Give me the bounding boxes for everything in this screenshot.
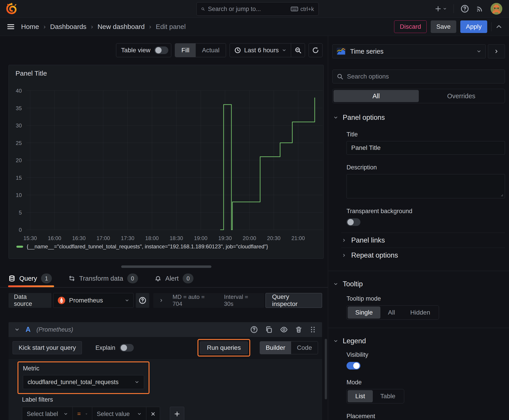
tab-overrides[interactable]: Overrides	[419, 90, 504, 102]
resize-handle-icon[interactable]	[500, 193, 503, 197]
toggle-viz-suggestions-button[interactable]	[488, 45, 505, 58]
panel-links-section-header[interactable]: Panel links	[332, 233, 505, 248]
avatar[interactable]	[491, 3, 502, 15]
panel-title[interactable]: Panel Title	[15, 69, 47, 77]
actual-option[interactable]: Actual	[196, 44, 226, 57]
kick-start-query-button[interactable]: Kick start your query	[13, 341, 82, 354]
remove-filter-button[interactable]	[146, 407, 160, 420]
metric-highlight-box: Metric cloudflared_tunnel_total_requests	[17, 361, 150, 394]
splitter-handle[interactable]	[121, 265, 211, 268]
panel-title-input[interactable]	[347, 141, 505, 155]
zoom-out-button[interactable]	[291, 44, 305, 57]
news-rss-icon[interactable]	[476, 5, 484, 13]
tooltip-hidden-option[interactable]: Hidden	[403, 307, 438, 319]
panel-options-section-header[interactable]: Panel options	[332, 113, 505, 122]
time-range-picker[interactable]: Last 6 hours	[230, 44, 291, 57]
tooltip-mode-label: Tooltip mode	[347, 295, 505, 302]
new-button[interactable]	[435, 5, 447, 12]
tooltip-single-option[interactable]: Single	[348, 307, 380, 319]
select-label-dropdown[interactable]: Select label	[22, 407, 73, 420]
delete-query-trash-icon[interactable]	[295, 326, 302, 333]
tooltip-section-header[interactable]: Tooltip	[332, 280, 505, 288]
time-range-control: Last 6 hours	[230, 43, 305, 57]
chevron-right-icon	[494, 49, 499, 54]
apply-button[interactable]: Apply	[460, 20, 487, 33]
chevron-right-icon	[342, 238, 346, 242]
svg-text:21:00: 21:00	[291, 235, 305, 241]
chevron-down-icon	[333, 115, 338, 120]
fill-option[interactable]: Fill	[175, 44, 196, 57]
breadcrumb-dashboards[interactable]: Dashboards	[50, 23, 86, 30]
metric-select[interactable]: cloudflared_tunnel_total_requests	[23, 375, 144, 389]
time-series-chart[interactable]: 051015202530354015:3016:0016:3017:0017:3…	[9, 65, 323, 242]
operator-dropdown[interactable]: =	[73, 407, 92, 420]
query-ref-id[interactable]: A	[26, 326, 30, 334]
visualization-picker[interactable]: Time series	[332, 45, 486, 58]
add-filter-button[interactable]	[170, 407, 184, 420]
metric-label: Metric	[23, 365, 144, 372]
legend-mode-switch: List Table	[347, 389, 404, 403]
toggle-visibility-eye-icon[interactable]	[280, 326, 288, 333]
legend-mode-list-option[interactable]: List	[348, 390, 373, 402]
max-data-points-stat: MD = auto = 704	[173, 293, 215, 307]
datasource-help-button[interactable]	[136, 293, 150, 308]
transform-count-badge: 0	[127, 273, 138, 283]
query-help-icon[interactable]	[250, 326, 258, 333]
code-option[interactable]: Code	[291, 341, 318, 354]
tab-transform-data[interactable]: Transform data 0	[68, 270, 138, 287]
tab-query[interactable]: Query 1	[8, 270, 52, 287]
svg-text:19:00: 19:00	[194, 235, 207, 241]
chart-legend[interactable]: {__name__="cloudflared_tunnel_total_requ…	[16, 243, 268, 250]
svg-text:35: 35	[16, 105, 22, 111]
transparent-background-toggle[interactable]	[347, 218, 360, 226]
global-search[interactable]: ctrl+k	[196, 2, 319, 16]
legend-visibility-toggle[interactable]	[347, 362, 360, 369]
select-value-dropdown[interactable]: Select value	[92, 407, 146, 420]
description-textarea[interactable]	[347, 174, 505, 198]
svg-text:5: 5	[19, 210, 22, 216]
refresh-icon	[312, 47, 319, 54]
grafana-logo-icon[interactable]	[6, 3, 17, 15]
top-nav-bar: ctrl+k	[0, 0, 509, 18]
save-button[interactable]: Save	[431, 20, 456, 33]
chevron-down-icon	[134, 380, 139, 384]
datasource-picker[interactable]: Prometheus	[53, 293, 134, 308]
collapse-chevron-up-icon[interactable]	[495, 23, 502, 30]
tab-all[interactable]: All	[334, 90, 419, 102]
tab-alert[interactable]: Alert 0	[155, 270, 194, 287]
explain-toggle[interactable]	[120, 344, 134, 352]
options-search[interactable]	[332, 69, 505, 83]
query-inspector-button[interactable]: Query inspector	[266, 293, 322, 308]
svg-text:19:30: 19:30	[218, 235, 232, 241]
duplicate-query-icon[interactable]	[265, 326, 273, 333]
collapse-query-chevron-icon[interactable]	[14, 327, 20, 332]
interval-stat: Interval = 30s	[224, 293, 258, 307]
discard-button[interactable]: Discard	[394, 20, 427, 33]
tooltip-all-option[interactable]: All	[380, 307, 403, 319]
menu-icon[interactable]	[7, 23, 15, 31]
legend-placement-label: Placement	[347, 413, 505, 420]
options-sidebar: Time series All Overrides Panel options …	[328, 36, 509, 420]
divider	[454, 4, 454, 13]
legend-mode-table-option[interactable]: Table	[373, 390, 403, 402]
plus-icon	[174, 411, 180, 417]
repeat-options-section-header[interactable]: Repeat options	[332, 248, 505, 263]
drag-handle-grip-icon[interactable]	[310, 326, 316, 333]
breadcrumb-new-dashboard[interactable]: New dashboard	[97, 23, 144, 30]
builder-option[interactable]: Builder	[260, 341, 291, 354]
search-input[interactable]	[208, 6, 288, 13]
table-view-toggle[interactable]	[154, 46, 168, 54]
breadcrumb-home[interactable]: Home	[21, 23, 39, 30]
query-options-summary[interactable]: MD = auto = 704 Interval = 30s	[153, 293, 264, 308]
legend-section-header[interactable]: Legend	[332, 337, 505, 345]
panel-edit-area: Table view Fill Actual Last 6 hours	[0, 36, 328, 420]
help-icon[interactable]	[461, 5, 469, 13]
svg-text:16:00: 16:00	[48, 235, 61, 241]
breadcrumb-current: Edit panel	[156, 23, 186, 30]
run-queries-button[interactable]: Run queries	[200, 341, 248, 354]
label-filters-section: Label filters Select label = Select valu…	[22, 396, 322, 420]
options-search-input[interactable]	[347, 73, 501, 80]
svg-text:20:30: 20:30	[267, 235, 281, 241]
refresh-button[interactable]	[309, 43, 322, 57]
query-scrollbar[interactable]	[325, 339, 327, 399]
